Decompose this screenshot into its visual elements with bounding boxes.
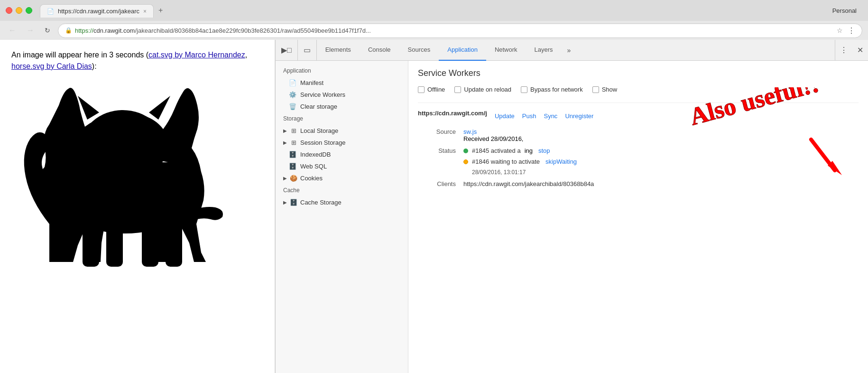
page-text-comma: ,: [245, 51, 247, 59]
update-on-reload-option[interactable]: Update on reload: [454, 86, 511, 93]
page-content: An image will appear here in 3 seconds (…: [0, 40, 275, 373]
sidebar-item-indexeddb-label: IndexedDB: [300, 151, 331, 158]
bookmark-icon[interactable]: ☆: [837, 27, 843, 34]
section-cache-header: Cache: [276, 184, 408, 196]
tab-sources[interactable]: Sources: [399, 40, 439, 61]
sidebar-item-session-storage[interactable]: ▶ ⊞ Session Storage: [276, 137, 408, 149]
bypass-for-network-option[interactable]: Bypass for network: [521, 86, 583, 93]
received-text: Received 28/09/2016,: [463, 135, 523, 142]
sw-status-active: #1845 activated a ing stop: [463, 147, 550, 154]
devtools-toolbar: ▶□ ▭ Elements Console Sources: [276, 40, 868, 61]
sidebar-item-cache-storage[interactable]: ▶ 🗄️ Cache Storage: [276, 196, 408, 208]
local-storage-icon: ⊞: [290, 127, 297, 134]
tab-console-label: Console: [368, 46, 391, 53]
show-checkbox[interactable]: [592, 86, 599, 93]
devtools-tabs: Elements Console Sources Application Net…: [317, 40, 577, 61]
minimize-button[interactable]: [16, 7, 22, 14]
tab-layers-label: Layers: [535, 46, 553, 53]
device-icon: ▭: [304, 46, 311, 55]
tab-sources-label: Sources: [408, 46, 431, 53]
cat-svg-link[interactable]: cat.svg by Marco Hernandez: [148, 51, 245, 59]
offline-option[interactable]: Offline: [418, 86, 445, 93]
sw-stop-link[interactable]: stop: [538, 147, 550, 154]
sw-unregister-link[interactable]: Unregister: [565, 112, 593, 120]
url-text: https://cdn.rawgit.com/jakearchibald/803…: [75, 27, 832, 34]
forward-button[interactable]: →: [24, 25, 37, 36]
url-menu-icon[interactable]: ⋮: [848, 26, 855, 35]
cat-image: [11, 82, 263, 271]
sidebar-item-local-storage[interactable]: ▶ ⊞ Local Storage: [276, 125, 408, 137]
sw-url-row: https://cdn.rawgit.com/j Update Push Syn…: [418, 110, 859, 122]
close-button[interactable]: [6, 7, 12, 14]
horse-svg-link[interactable]: horse.svg by Carla Dias: [11, 62, 92, 70]
new-tab-button[interactable]: +: [154, 3, 167, 18]
update-on-reload-label: Update on reload: [464, 86, 511, 93]
sw-push-link[interactable]: Push: [522, 112, 536, 120]
sw-status-value: #1845 activated a ing stop #1846 waiting…: [463, 147, 859, 176]
reload-button[interactable]: ↻: [42, 26, 53, 35]
sidebar-item-session-storage-label: Session Storage: [300, 139, 345, 146]
tab-elements[interactable]: Elements: [317, 40, 360, 61]
clients-label: Clients: [437, 180, 456, 187]
devtools-menu-button[interactable]: ⋮: [835, 40, 852, 61]
inspect-element-button[interactable]: ▶□: [276, 40, 298, 61]
devtools-actions: ⋮ ✕: [835, 40, 868, 61]
show-label: Show: [602, 86, 618, 93]
sidebar-item-web-sql[interactable]: 🗄️ Web SQL: [276, 160, 408, 172]
tab-application[interactable]: Application: [439, 40, 486, 61]
sw-timestamp: 28/09/2016, 13:01:17: [472, 169, 526, 176]
maximize-button[interactable]: [26, 7, 32, 14]
sw-active-text: #1845 activated a: [472, 147, 521, 154]
sidebar-item-cookies[interactable]: ▶ 🍪 Cookies: [276, 172, 408, 184]
more-tabs-button[interactable]: »: [562, 47, 577, 54]
sw-sync-link[interactable]: Sync: [544, 112, 557, 120]
section-storage-header: Storage: [276, 112, 408, 125]
offline-label: Offline: [427, 86, 445, 93]
service-workers-icon: ⚙️: [289, 91, 296, 98]
waiting-status-dot: [463, 159, 468, 164]
sidebar-item-clear-storage[interactable]: 🗑️ Clear storage: [276, 101, 408, 112]
show-option[interactable]: Show: [592, 86, 618, 93]
tab-layers[interactable]: Layers: [526, 40, 562, 61]
page-text-end: ):: [92, 62, 97, 70]
tab-network[interactable]: Network: [486, 40, 526, 61]
devtools-close-button[interactable]: ✕: [852, 40, 868, 61]
sw-update-link[interactable]: Update: [495, 112, 515, 120]
profile-label: Personal: [832, 7, 862, 14]
sidebar-item-manifest[interactable]: 📄 Manifest: [276, 77, 408, 89]
page-icon: 📄: [47, 8, 54, 15]
source-value: sw.js Received 28/09/2016,: [463, 128, 859, 142]
title-bar: 📄 https://cdn.rawgit.com/jakearc × + Per…: [0, 0, 868, 21]
offline-checkbox[interactable]: [418, 86, 425, 93]
lock-icon: 🔒: [65, 27, 72, 34]
sw-status-waiting: #1846 waiting to activate skipWaiting: [463, 158, 577, 165]
svg-rect-6: [142, 219, 158, 267]
session-storage-icon: ⊞: [290, 139, 297, 146]
device-toggle-button[interactable]: ▭: [298, 40, 317, 61]
browser-tab[interactable]: 📄 https://cdn.rawgit.com/jakearc ×: [40, 4, 154, 18]
bypass-for-network-checkbox[interactable]: [521, 86, 527, 93]
tab-network-label: Network: [495, 46, 517, 53]
expand-session-storage-icon: ▶: [283, 140, 287, 145]
sidebar-item-service-workers-label: Service Workers: [300, 91, 345, 98]
sidebar-item-cookies-label: Cookies: [300, 175, 323, 182]
back-button[interactable]: ←: [6, 25, 19, 36]
sw-skip-waiting-link[interactable]: skipWaiting: [545, 158, 577, 165]
devtools-sidebar: Application 📄 Manifest ⚙️ Service Worker…: [276, 61, 408, 373]
indexeddb-icon: 🗄️: [289, 151, 296, 158]
bypass-for-network-label: Bypass for network: [530, 86, 583, 93]
address-bar: ← → ↻ 🔒 https://cdn.rawgit.com/jakearchi…: [0, 21, 868, 40]
url-input[interactable]: 🔒 https://cdn.rawgit.com/jakearchibald/8…: [58, 23, 862, 38]
sw-js-link[interactable]: sw.js: [463, 128, 477, 135]
sw-url-text: https://cdn.rawgit.com/j: [418, 110, 487, 117]
tab-elements-label: Elements: [325, 46, 351, 53]
cache-storage-icon: 🗄️: [290, 199, 297, 206]
sidebar-item-indexeddb[interactable]: 🗄️ IndexedDB: [276, 149, 408, 160]
sidebar-item-service-workers[interactable]: ⚙️ Service Workers: [276, 89, 408, 101]
tab-close-button[interactable]: ×: [143, 8, 147, 15]
sidebar-item-manifest-label: Manifest: [300, 79, 323, 86]
tab-bar: 📄 https://cdn.rawgit.com/jakearc × +: [40, 3, 832, 18]
update-on-reload-checkbox[interactable]: [454, 86, 461, 93]
tab-application-label: Application: [447, 46, 478, 53]
tab-console[interactable]: Console: [360, 40, 399, 61]
